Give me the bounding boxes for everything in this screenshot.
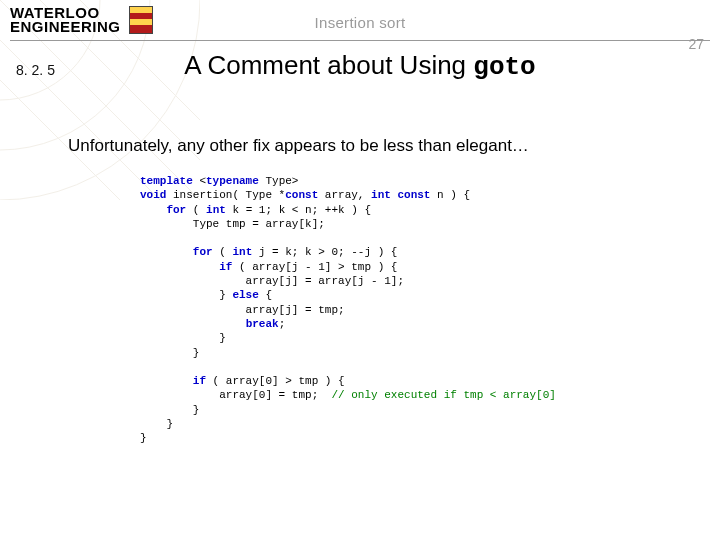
title-keyword: goto xyxy=(473,52,535,82)
body-text: Unfortunately, any other fix appears to … xyxy=(68,136,529,156)
slide-title: A Comment about Using goto xyxy=(0,50,720,82)
title-text: A Comment about Using xyxy=(184,50,473,80)
slide-topic: Insertion sort xyxy=(0,14,720,31)
header-rule xyxy=(10,40,710,41)
code-block: template <typename Type> void insertion(… xyxy=(140,174,556,446)
